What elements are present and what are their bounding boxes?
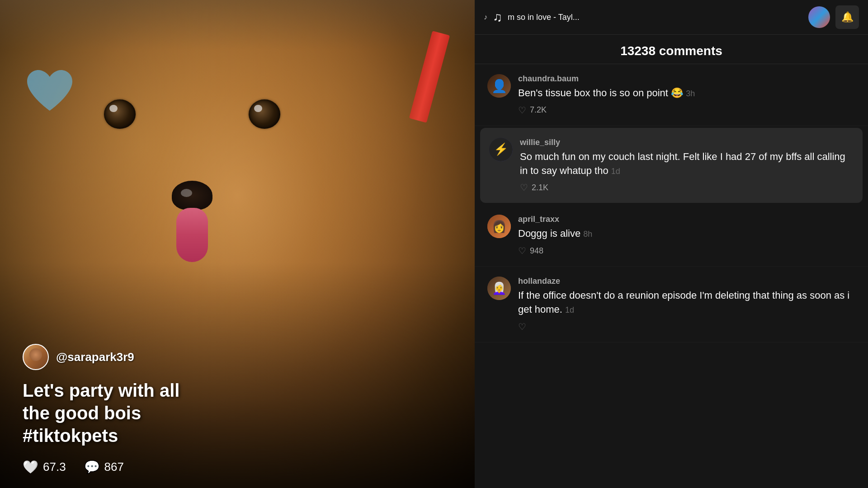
comment-text-april: Doggg is alive 8h [518, 227, 855, 241]
notification-button[interactable]: 🔔 [835, 5, 859, 29]
comment-time-hollandaze: 1d [565, 305, 574, 314]
dog-tongue [176, 208, 208, 262]
avatar-face: 👤 [487, 74, 511, 98]
comment-username: chaundra.baum [518, 74, 855, 84]
comment-avatar-hollandaze[interactable]: 👩‍🦳 [487, 277, 511, 300]
comment-footer-willie: ♡ 2.1K [520, 182, 854, 193]
video-stats: 🤍 67.3 💬 867 [23, 460, 475, 474]
music-note-large-icon: ♫ [493, 10, 502, 24]
bell-icon: 🔔 [841, 11, 854, 23]
like-count-willie: 2.1K [532, 183, 548, 192]
user-avatar-button[interactable] [808, 6, 830, 28]
video-caption: Let's party with all the good bois #tikt… [23, 379, 294, 447]
like-icon-hollandaze[interactable]: ♡ [518, 321, 526, 332]
comment-body-willie: willie_silly So much fun on my couch las… [520, 138, 854, 193]
like-icon[interactable]: ♡ [520, 182, 528, 193]
comment-text-willie: So much fun on my couch last night. Felt… [520, 150, 854, 178]
like-icon-april[interactable]: ♡ [518, 245, 526, 256]
comment-username-willie: willie_silly [520, 138, 854, 147]
top-bar-actions: 🔔 [808, 5, 859, 29]
dog-eye-right [249, 99, 280, 129]
comment-avatar-willie[interactable]: ⚡ [489, 138, 513, 161]
comment-time: 3h [686, 89, 695, 98]
video-panel: @sarapark3r9 Let's party with all the go… [0, 0, 475, 488]
comments-stat[interactable]: 💬 867 [84, 460, 124, 474]
likes-stat[interactable]: 🤍 67.3 [23, 460, 66, 474]
music-note-small-icon: ♪ [484, 13, 487, 21]
comments-count-text: 13238 comments [487, 44, 855, 58]
like-count: 7.2K [530, 105, 547, 115]
avatar-face-hollandaze: 👩‍🦳 [487, 277, 511, 300]
music-marquee: ♪ ♫ m so in love - Tayl... [484, 10, 808, 24]
comment-text-chaundra: Ben's tissue box tho is so on point 😂 3h [518, 86, 855, 100]
comments-panel: ♪ ♫ m so in love - Tayl... 🔔 13238 comme… [475, 0, 868, 488]
comment-item-highlighted: ⚡ willie_silly So much fun on my couch l… [480, 128, 863, 203]
like-count-april: 948 [530, 246, 543, 256]
like-icon[interactable]: ♡ [518, 105, 526, 116]
comment-username-hollandaze: hollandaze [518, 277, 855, 286]
comment-avatar-chaundra[interactable]: 👤 [487, 74, 511, 98]
comment-time-april: 8h [583, 230, 592, 239]
heart-icon: 🤍 [23, 460, 38, 474]
comment-body-april: april_traxx Doggg is alive 8h ♡ 948 [518, 215, 855, 256]
comments-count-bar: 13238 comments [475, 35, 868, 64]
comment-avatar-april[interactable]: 👩 [487, 215, 511, 238]
comment-footer: ♡ 7.2K [518, 105, 855, 116]
video-content-overlay: @sarapark3r9 Let's party with all the go… [0, 344, 475, 488]
comments-count: 867 [104, 460, 124, 474]
comment-time-willie: 1d [611, 167, 620, 176]
comment-text-hollandaze: If the office doesn't do a reunion episo… [518, 289, 855, 317]
comment-body-hollandaze: hollandaze If the office doesn't do a re… [518, 277, 855, 332]
dog-eye-left [104, 99, 136, 129]
author-name: @sarapark3r9 [56, 350, 134, 364]
author-avatar[interactable] [23, 344, 49, 370]
comment-body-chaundra: chaundra.baum Ben's tissue box tho is so… [518, 74, 855, 116]
comment-icon: 💬 [84, 460, 100, 474]
comment-footer-hollandaze: ♡ [518, 321, 855, 332]
music-track-text: m so in love - Tayl... [508, 13, 580, 22]
author-row: @sarapark3r9 [23, 344, 475, 370]
likes-count: 67.3 [43, 460, 66, 474]
comment-footer-april: ♡ 948 [518, 245, 855, 256]
avatar-face-april: 👩 [487, 215, 511, 238]
comment-item-april: 👩 april_traxx Doggg is alive 8h ♡ 948 [475, 205, 868, 267]
comment-item: 👤 chaundra.baum Ben's tissue box tho is … [475, 64, 868, 126]
comments-list[interactable]: 👤 chaundra.baum Ben's tissue box tho is … [475, 64, 868, 488]
dog-nose [172, 181, 212, 210]
comment-username-april: april_traxx [518, 215, 855, 224]
top-bar: ♪ ♫ m so in love - Tayl... 🔔 [475, 0, 868, 35]
comment-item-hollandaze: 👩‍🦳 hollandaze If the office doesn't do … [475, 267, 868, 343]
avatar-face-willie: ⚡ [489, 138, 513, 161]
